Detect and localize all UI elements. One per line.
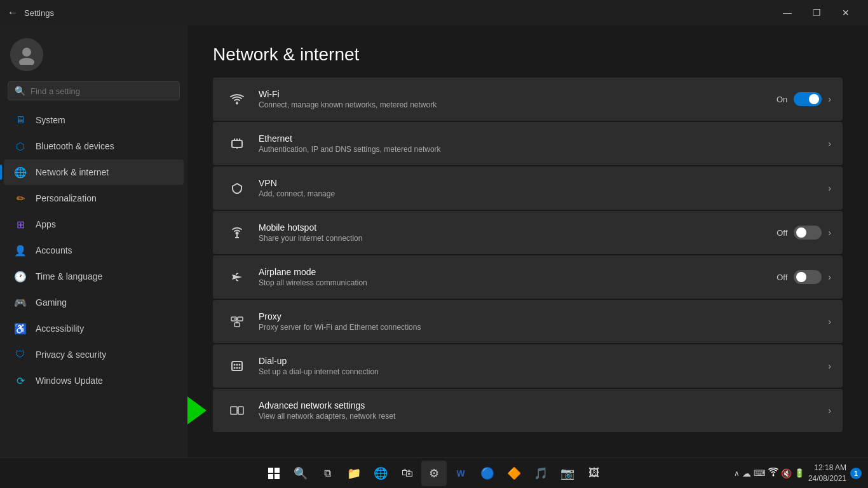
sys-tray: ∧ ☁ ⌨ 🔇 🔋 <box>734 468 804 478</box>
sidebar-item-time[interactable]: 🕐 Time & language <box>4 264 184 289</box>
nav-label-update: Windows Update <box>36 376 103 386</box>
battery-icon: 🔋 <box>794 468 804 478</box>
svg-point-18 <box>236 364 238 366</box>
cloud-icon[interactable]: ☁ <box>742 468 751 478</box>
sidebar-item-system[interactable]: 🖥 System <box>4 107 184 133</box>
nav-label-apps: Apps <box>36 219 56 229</box>
nav-label-accounts: Accounts <box>36 245 72 255</box>
item-desc-proxy: Proxy server for Wi-Fi and Ethernet conn… <box>259 323 828 332</box>
settings-item-advanced[interactable]: Advanced network settings View all netwo… <box>213 389 843 432</box>
green-arrow <box>187 396 207 424</box>
svg-point-19 <box>239 364 241 366</box>
nav-label-system: System <box>36 115 65 125</box>
taskbar-app-edge[interactable]: 🌐 <box>368 461 393 486</box>
svg-point-0 <box>22 48 31 57</box>
item-right-airplane: Off › <box>776 270 831 284</box>
nav-icon-accessibility: ♿ <box>14 322 27 335</box>
nav-label-accessibility: Accessibility <box>36 323 84 334</box>
taskbar-app-settings[interactable]: ⚙ <box>421 461 447 486</box>
svg-rect-3 <box>232 140 242 147</box>
nav-list: 🖥 System ⬡ Bluetooth & devices 🌐 Network… <box>0 107 187 394</box>
taskbar-app-app3[interactable]: 📷 <box>555 461 580 486</box>
sidebar-item-bluetooth[interactable]: ⬡ Bluetooth & devices <box>4 133 184 159</box>
taskbar-right: ∧ ☁ ⌨ 🔇 🔋 12:18 AM 24/08/2021 1 <box>734 463 862 484</box>
wifi-icon[interactable] <box>768 468 778 478</box>
item-icon-advanced <box>224 398 250 423</box>
item-desc-hotspot: Share your internet connection <box>259 234 776 243</box>
taskbar-app-chrome[interactable]: 🔵 <box>475 461 500 486</box>
taskbar-app-explorer[interactable]: 📁 <box>341 461 367 486</box>
settings-item-wifi[interactable]: Wi-Fi Connect, manage known networks, me… <box>213 78 843 121</box>
settings-item-dialup[interactable]: Dial-up Set up a dial-up internet connec… <box>213 344 843 388</box>
item-right-advanced: › <box>828 405 831 416</box>
taskbar-app-app1[interactable]: 🔶 <box>501 461 527 486</box>
nav-icon-time: 🕐 <box>14 270 27 283</box>
toggle-label-hotspot: Off <box>776 228 787 238</box>
volume-icon[interactable]: 🔇 <box>781 468 792 478</box>
notification-badge[interactable]: 1 <box>850 468 862 479</box>
settings-item-ethernet[interactable]: Ethernet Authentication, IP and DNS sett… <box>213 122 843 165</box>
item-desc-advanced: View all network adapters, network reset <box>259 412 828 421</box>
svg-rect-29 <box>275 474 280 479</box>
sidebar: 🔍 🖥 System ⬡ Bluetooth & devices 🌐 Netwo… <box>0 25 187 458</box>
item-title-hotspot: Mobile hotspot <box>259 222 776 233</box>
chevron-icon-hotspot: › <box>828 227 831 238</box>
sidebar-profile <box>0 25 187 78</box>
title-bar-left: ← Settings <box>8 7 773 18</box>
taskbar-app-word[interactable]: W <box>448 461 473 486</box>
settings-item-airplane[interactable]: Airplane mode Stop all wireless communic… <box>213 255 843 299</box>
close-button[interactable]: ✕ <box>831 3 860 23</box>
toggle-wifi[interactable] <box>794 92 822 106</box>
clock-time: 12:18 AM <box>808 463 846 473</box>
settings-item-vpn[interactable]: VPN Add, connect, manage › <box>213 166 843 210</box>
sidebar-item-privacy[interactable]: 🛡 Privacy & security <box>4 342 184 367</box>
sidebar-item-update[interactable]: ⟳ Windows Update <box>4 368 184 393</box>
chevron-icon-dialup: › <box>828 361 831 371</box>
back-button[interactable]: ← <box>8 7 18 18</box>
item-right-proxy: › <box>828 316 831 327</box>
sidebar-item-gaming[interactable]: 🎮 Gaming <box>4 290 184 315</box>
clock[interactable]: 12:18 AM 24/08/2021 <box>808 463 846 484</box>
nav-label-bluetooth: Bluetooth & devices <box>36 141 114 151</box>
item-right-wifi: On › <box>776 92 831 106</box>
avatar[interactable] <box>10 38 43 71</box>
search-box[interactable]: 🔍 <box>8 81 180 100</box>
svg-point-30 <box>772 475 774 477</box>
sidebar-item-network[interactable]: 🌐 Network & internet <box>4 159 184 185</box>
svg-rect-12 <box>238 317 243 321</box>
sidebar-item-accessibility[interactable]: ♿ Accessibility <box>4 316 184 341</box>
minimize-button[interactable]: — <box>773 3 802 23</box>
sidebar-item-personalization[interactable]: ✏ Personalization <box>4 186 184 211</box>
taskbar-app-gallery[interactable]: 🖼 <box>581 461 607 486</box>
svg-point-2 <box>236 102 238 105</box>
nav-icon-privacy: 🛡 <box>14 348 27 361</box>
search-input[interactable] <box>31 86 173 96</box>
sidebar-item-apps[interactable]: ⊞ Apps <box>4 212 184 237</box>
item-title-wifi: Wi-Fi <box>259 89 776 99</box>
sidebar-item-accounts[interactable]: 👤 Accounts <box>4 238 184 263</box>
toggle-hotspot[interactable] <box>794 226 822 240</box>
taskview-icon[interactable]: ⧉ <box>315 461 340 486</box>
chevron-icon-advanced: › <box>828 405 831 416</box>
item-title-ethernet: Ethernet <box>259 133 828 144</box>
item-desc-dialup: Set up a dial-up internet connection <box>259 367 828 376</box>
maximize-button[interactable]: ❐ <box>802 3 831 23</box>
taskbar-app-store[interactable]: 🛍 <box>395 461 420 486</box>
nav-icon-network: 🌐 <box>14 166 27 179</box>
settings-item-hotspot[interactable]: Mobile hotspot Share your internet conne… <box>213 211 843 254</box>
item-right-dialup: › <box>828 361 831 371</box>
svg-point-1 <box>19 58 34 65</box>
svg-point-17 <box>234 364 236 366</box>
item-icon-hotspot <box>224 220 250 245</box>
item-desc-ethernet: Authentication, IP and DNS settings, met… <box>259 145 828 154</box>
svg-rect-23 <box>231 407 237 414</box>
start-button[interactable] <box>261 461 287 486</box>
item-right-hotspot: Off › <box>776 226 831 240</box>
taskbar-app-app2[interactable]: 🎵 <box>528 461 553 486</box>
chevron-up-icon[interactable]: ∧ <box>734 469 740 478</box>
toggle-airplane[interactable] <box>794 270 822 284</box>
item-icon-proxy <box>224 309 250 334</box>
item-desc-wifi: Connect, manage known networks, metered … <box>259 100 776 109</box>
search-taskbar-icon[interactable]: 🔍 <box>288 461 313 486</box>
settings-item-proxy[interactable]: Proxy Proxy server for Wi-Fi and Etherne… <box>213 300 843 343</box>
